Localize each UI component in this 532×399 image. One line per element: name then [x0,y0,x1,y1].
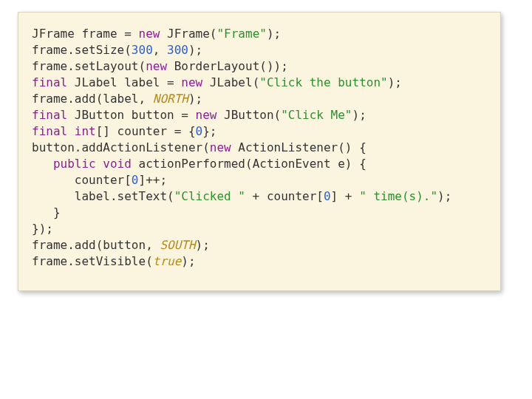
code-line-5: frame.add(label, NORTH); [32,92,202,106]
code-line-11: label.setText("Clicked " + counter[0] + … [32,189,451,203]
code-line-15: frame.setVisible(true); [32,254,196,268]
code-content: JFrame frame = new JFrame("Frame"); fram… [32,26,487,270]
code-line-14: frame.add(button, SOUTH); [32,238,210,252]
code-line-13: }); [32,222,53,236]
code-line-7: final int[] counter = {0}; [32,124,216,138]
code-line-1: JFrame frame = new JFrame("Frame"); [32,27,281,41]
code-line-8: button.addActionListener(new ActionListe… [32,140,366,154]
code-line-2: frame.setSize(300, 300); [32,43,202,57]
code-line-9: public void actionPerformed(ActionEvent … [32,157,366,171]
code-line-4: final JLabel label = new JLabel("Click t… [32,75,402,89]
code-line-3: frame.setLayout(new BorderLayout()); [32,59,288,73]
code-block: JFrame frame = new JFrame("Frame"); fram… [18,12,501,291]
code-line-12: } [32,205,61,219]
code-line-6: final JButton button = new JButton("Clic… [32,108,366,122]
code-line-10: counter[0]++; [32,173,174,187]
